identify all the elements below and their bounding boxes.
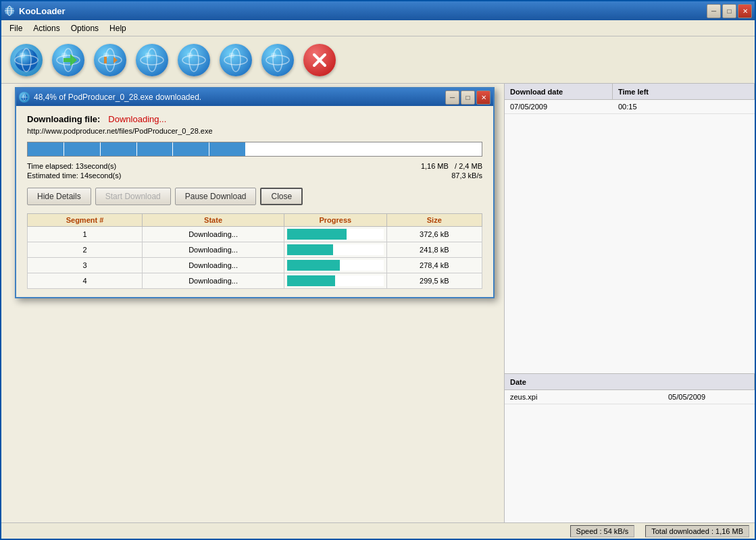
svg-point-23 xyxy=(145,53,151,58)
app-icon xyxy=(4,5,15,16)
history-row: zeus.xpi 05/05/2009 xyxy=(505,390,755,404)
pause-download-button[interactable]: Pause Download xyxy=(175,188,257,205)
svg-point-14 xyxy=(99,49,122,72)
download-date: 07/05/2009 xyxy=(510,103,618,111)
dialog-body: Downloading file: Downloading... http://… xyxy=(16,106,493,297)
active-download-row: 07/05/2009 00:15 xyxy=(505,100,755,114)
dialog-status-row: Downloading file: Downloading... xyxy=(27,114,482,124)
time-left: 00:15 xyxy=(618,103,749,111)
toolbar-btn-8[interactable] xyxy=(300,40,339,80)
progress-right: 1,16 MB / 2,4 MB 87,3 kB/s xyxy=(421,162,482,180)
svg-point-5 xyxy=(15,49,38,72)
menu-bar: File Actions Options Help xyxy=(1,20,755,36)
seg-state: Downloading... xyxy=(143,273,284,289)
history-header: Date xyxy=(505,374,755,390)
menu-file[interactable]: File xyxy=(4,22,28,34)
dialog-title-bar: 48,4% of PodProducer_0_28.exe downloaded… xyxy=(16,88,493,106)
svg-point-27 xyxy=(187,53,193,58)
history-date: 05/05/2009 xyxy=(668,393,749,401)
globe-icon-4 xyxy=(136,44,168,76)
menu-actions[interactable]: Actions xyxy=(28,22,65,34)
globe-icon-5 xyxy=(178,44,210,76)
table-row: 3 Downloading... 278,4 kB xyxy=(28,258,482,273)
svg-point-28 xyxy=(224,49,247,72)
seg-size: 241,8 kB xyxy=(386,242,482,258)
close-button[interactable]: ✕ xyxy=(738,4,752,18)
dialog-icon xyxy=(19,92,30,103)
progress-info: Time elapsed: 13second(s) Estimated time… xyxy=(27,162,482,180)
svg-point-8 xyxy=(20,53,25,58)
col-state: State xyxy=(143,214,284,227)
hide-details-button[interactable]: Hide Details xyxy=(27,188,91,205)
toolbar-btn-7[interactable] xyxy=(258,40,297,80)
col-date-header: Date xyxy=(505,374,755,389)
seg-state: Downloading... xyxy=(143,242,284,258)
close-icon-red xyxy=(303,44,336,76)
svg-point-20 xyxy=(141,49,163,72)
globe-icon-1 xyxy=(10,44,43,76)
seg-state: Downloading... xyxy=(143,258,284,273)
dialog-minimize[interactable]: ─ xyxy=(445,90,459,105)
globe-icon-2 xyxy=(52,44,84,76)
dialog-maximize[interactable]: □ xyxy=(461,90,475,105)
globe-icon-3 xyxy=(94,44,126,76)
estimated-time: Estimated time: 14second(s) xyxy=(27,171,121,180)
toolbar-btn-6[interactable] xyxy=(216,40,255,80)
maximize-button[interactable]: □ xyxy=(722,4,736,18)
app-title: KooLoader xyxy=(19,6,707,16)
dialog-close[interactable]: ✕ xyxy=(476,90,490,105)
progress-left: Time elapsed: 13second(s) Estimated time… xyxy=(27,162,121,180)
svg-point-31 xyxy=(229,53,234,58)
start-download-button[interactable]: Start Download xyxy=(95,188,171,205)
seg-size: 372,6 kB xyxy=(386,227,482,242)
seg-num: 4 xyxy=(28,273,143,289)
seg-num: 1 xyxy=(28,227,143,242)
history-panel: Date zeus.xpi 05/05/2009 xyxy=(505,374,755,522)
progress-bar xyxy=(28,142,246,156)
col-segment: Segment # xyxy=(28,214,143,227)
menu-options[interactable]: Options xyxy=(66,22,104,34)
status-bar: Speed : 54 kB/s Total downloaded : 1,16 … xyxy=(1,522,755,539)
col-size: Size xyxy=(386,214,482,227)
main-content: 48,4% of PodProducer_0_28.exe downloaded… xyxy=(1,84,755,522)
total-downloaded-status: Total downloaded : 1,16 MB xyxy=(645,525,749,537)
toolbar-btn-2[interactable] xyxy=(49,40,88,80)
svg-point-12 xyxy=(61,53,67,58)
active-downloads-header: Download date Time left xyxy=(505,84,755,100)
left-panel: 48,4% of PodProducer_0_28.exe downloaded… xyxy=(1,84,505,522)
title-bar: KooLoader ─ □ ✕ xyxy=(1,1,755,20)
time-elapsed: Time elapsed: 13second(s) xyxy=(27,162,121,170)
seg-size: 299,5 kB xyxy=(386,273,482,289)
history-filename: zeus.xpi xyxy=(510,393,668,401)
table-row: 1 Downloading... 372,6 kB xyxy=(28,227,482,242)
col-download-date: Download date xyxy=(505,84,613,99)
toolbar xyxy=(1,36,755,84)
progress-bar-container xyxy=(27,142,482,157)
globe-icon-7 xyxy=(261,44,294,76)
downloading-label: Downloading file: xyxy=(27,114,100,124)
col-time-left: Time left xyxy=(613,84,755,99)
minimize-button[interactable]: ─ xyxy=(707,4,721,18)
seg-progress xyxy=(284,273,386,289)
dialog-title: 48,4% of PodProducer_0_28.exe downloaded… xyxy=(34,92,445,102)
speed-status: Speed : 54 kB/s xyxy=(570,525,635,537)
download-dialog: 48,4% of PodProducer_0_28.exe downloaded… xyxy=(15,87,495,298)
active-downloads-panel: Download date Time left 07/05/2009 00:15 xyxy=(505,84,755,374)
main-window: KooLoader ─ □ ✕ File Actions Options Hel… xyxy=(0,0,756,540)
size-info: 1,16 MB / 2,4 MB xyxy=(421,162,482,170)
toolbar-btn-3[interactable] xyxy=(91,40,130,80)
right-panel: Download date Time left 07/05/2009 00:15… xyxy=(505,84,755,522)
table-row: 2 Downloading... 241,8 kB xyxy=(28,242,482,258)
speed-info: 87,3 kB/s xyxy=(421,171,482,180)
dialog-controls: ─ □ ✕ xyxy=(445,90,490,105)
menu-help[interactable]: Help xyxy=(104,22,132,34)
toolbar-btn-5[interactable] xyxy=(174,40,213,80)
toolbar-btn-1[interactable] xyxy=(7,40,46,80)
table-row: 4 Downloading... 299,5 kB xyxy=(28,273,482,289)
globe-icon-6 xyxy=(220,44,252,76)
svg-point-32 xyxy=(266,49,289,72)
toolbar-btn-4[interactable] xyxy=(132,40,172,80)
seg-progress xyxy=(284,258,386,273)
close-dialog-button[interactable]: Close xyxy=(260,188,303,205)
seg-progress xyxy=(284,227,386,242)
